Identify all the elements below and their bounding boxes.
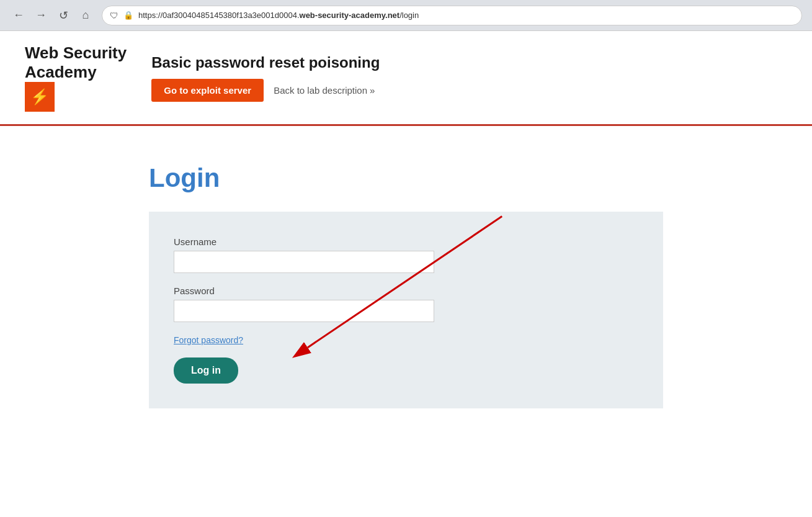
forward-button[interactable]: → — [32, 7, 50, 24]
double-chevron-icon: » — [370, 85, 375, 96]
password-input[interactable] — [174, 300, 434, 322]
logo[interactable]: Web Security Academy ⚡ — [25, 43, 127, 112]
site-header: Web Security Academy ⚡ Basic password re… — [0, 31, 812, 126]
back-to-lab-link[interactable]: Back to lab description » — [274, 85, 375, 96]
username-input[interactable] — [174, 251, 434, 273]
nav-buttons: ← → ↺ ⌂ — [10, 7, 94, 24]
back-button[interactable]: ← — [10, 7, 27, 24]
header-actions: Go to exploit server Back to lab descrip… — [151, 79, 380, 102]
logo-text-line1: Web Security — [25, 43, 127, 63]
login-form-container: Username Password Forgot password? Log i… — [149, 212, 663, 408]
lab-title: Basic password reset poisoning — [151, 54, 380, 71]
logo-text-line2: Academy ⚡ — [25, 63, 127, 112]
login-button[interactable]: Log in — [174, 357, 238, 384]
forgot-password-link[interactable]: Forgot password? — [174, 335, 243, 345]
password-group: Password — [174, 285, 638, 322]
username-label: Username — [174, 236, 638, 247]
exploit-server-button[interactable]: Go to exploit server — [151, 79, 264, 102]
address-bar[interactable]: 🛡 🔒 https://0af30040485145380f13a3e001d0… — [102, 6, 802, 25]
header-right: Basic password reset poisoning Go to exp… — [151, 54, 380, 102]
main-content: Login Username Password Forgot password?… — [0, 126, 812, 446]
username-group: Username — [174, 236, 638, 273]
browser-chrome: ← → ↺ ⌂ 🛡 🔒 https://0af30040485145380f13… — [0, 0, 812, 31]
url-display: https://0af30040485145380f13a3e001d0004.… — [138, 11, 419, 20]
refresh-button[interactable]: ↺ — [55, 7, 72, 24]
lock-icon: 🔒 — [123, 11, 133, 20]
logo-icon: ⚡ — [25, 82, 55, 112]
login-title: Login — [149, 163, 663, 193]
shield-icon: 🛡 — [110, 11, 118, 20]
home-button[interactable]: ⌂ — [77, 7, 94, 24]
password-label: Password — [174, 285, 638, 296]
